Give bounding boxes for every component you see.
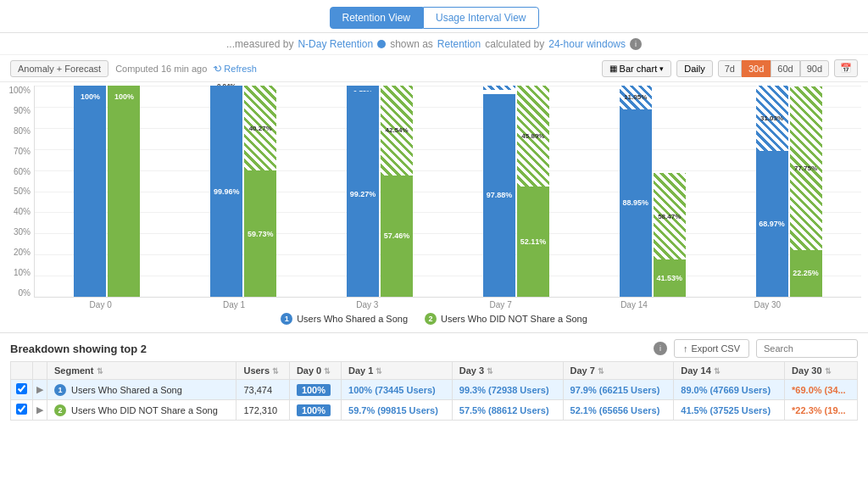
bar-group-day0: 100% 100% — [74, 86, 140, 297]
td-day30-1: *69.0% (34... — [785, 380, 858, 400]
th-expand — [33, 362, 47, 380]
td-expand-1[interactable]: ▶ — [33, 380, 47, 400]
td-checkbox-2[interactable] — [11, 400, 33, 421]
y-label-70: 70% — [14, 147, 31, 156]
th-day3[interactable]: Day 3 ⇅ — [452, 362, 563, 380]
chart-type-btn[interactable]: ▦ Bar chart ▾ — [602, 60, 672, 77]
bar-chart-icon: ▦ — [609, 64, 617, 73]
segment-dot-1: 1 — [54, 384, 66, 396]
btn-90d[interactable]: 90d — [800, 60, 829, 77]
y-label-30: 30% — [14, 227, 31, 237]
daily-btn[interactable]: Daily — [676, 60, 712, 77]
table-info-icon[interactable]: i — [654, 342, 667, 355]
legend-item-2: 2 Users Who DID NOT Share a Song — [425, 313, 587, 325]
table-title: Breakdown showing top 2 — [10, 343, 147, 355]
bar-green-day0: 100% — [108, 86, 140, 297]
btn-30d[interactable]: 30d — [742, 60, 771, 77]
n-day-retention-link[interactable]: N-Day Retention — [298, 38, 373, 50]
segment-name-2: Users Who DID NOT Share a Song — [71, 405, 218, 415]
measured-by-label: ...measured by — [226, 38, 293, 50]
x-label-day0: Day 0 — [34, 300, 167, 309]
day-range-btns: 7d 30d 60d 90d — [718, 60, 829, 77]
subtitle-info-icon[interactable]: i — [630, 38, 642, 50]
y-label-90: 90% — [14, 106, 31, 115]
retention-link[interactable]: Retention — [437, 38, 481, 50]
th-day0[interactable]: Day 0 ⇅ — [289, 362, 341, 380]
td-day0-2: 100% — [289, 400, 341, 421]
legend-label-1: Users Who Shared a Song — [297, 314, 408, 324]
bar-green-day7: 45.89% 52.11% — [517, 86, 549, 297]
chart-plot: 100% 100% 0.04% 99.96% — [34, 86, 861, 298]
td-day1-2: 59.7% (99815 Users) — [342, 400, 453, 421]
row2-checkbox[interactable] — [16, 404, 27, 415]
search-input[interactable] — [756, 339, 858, 358]
td-users-2: 172,310 — [236, 400, 289, 421]
x-label-day1: Day 1 — [167, 300, 300, 309]
td-checkbox-1[interactable] — [11, 380, 33, 400]
expand-icon-1[interactable]: ▶ — [36, 384, 43, 394]
th-segment[interactable]: Segment ⇅ — [47, 362, 236, 380]
refresh-btn[interactable]: ↻ Refresh — [214, 63, 257, 75]
anomaly-forecast-btn[interactable]: Anomaly + Forecast — [10, 60, 108, 77]
bar-blue-day1: 0.04% 99.96% — [210, 86, 242, 297]
export-calendar-btn[interactable]: 📅 — [834, 59, 858, 77]
th-day7[interactable]: Day 7 ⇅ — [563, 362, 674, 380]
bar-group-day3: 0.73% 99.27% 42.54% 57.46% — [347, 86, 413, 297]
bars-wrapper: 100% 100% 0.04% 99.96% — [35, 86, 861, 297]
chart-legend: 1 Users Who Shared a Song 2 Users Who DI… — [7, 309, 861, 326]
bar-blue-day7: 2.12% 97.88% — [483, 86, 515, 297]
bar-blue-day14: 11.05% 88.95% — [620, 86, 652, 297]
refresh-label: Refresh — [224, 64, 257, 74]
x-label-day14: Day 14 — [567, 300, 700, 309]
y-label-10: 10% — [14, 268, 31, 277]
y-label-20: 20% — [14, 248, 31, 257]
btn-7d[interactable]: 7d — [718, 60, 742, 77]
chart-type-label: Bar chart — [620, 64, 658, 74]
table-row: ▶ 1 Users Who Shared a Song 73,474 100% … — [11, 380, 858, 400]
export-icon: ↑ — [683, 343, 688, 354]
chart-dropdown-icon: ▾ — [659, 64, 664, 73]
y-label-50: 50% — [14, 187, 31, 196]
table-row: ▶ 2 Users Who DID NOT Share a Song 172,3… — [11, 400, 858, 421]
refresh-icon: ↻ — [212, 61, 225, 75]
table-area: Breakdown showing top 2 i ↑ Export CSV S… — [0, 332, 868, 421]
td-expand-2[interactable]: ▶ — [33, 400, 47, 421]
y-label-40: 40% — [14, 207, 31, 216]
bar-group-day14: 11.05% 88.95% 58.47% 41.53% — [620, 86, 686, 297]
td-users-1: 73,474 — [236, 380, 289, 400]
td-segment-2: 2 Users Who DID NOT Share a Song — [47, 400, 236, 421]
expand-icon-2[interactable]: ▶ — [36, 404, 43, 415]
x-label-day7: Day 7 — [434, 300, 567, 309]
retention-view-btn[interactable]: Retention View — [330, 7, 424, 29]
usage-interval-view-btn[interactable]: Usage Interval View — [423, 7, 539, 29]
segment-name-1: Users Who Shared a Song — [71, 385, 182, 395]
th-day30[interactable]: Day 30 ⇅ — [785, 362, 858, 380]
windows-link[interactable]: 24-hour windows — [548, 38, 626, 50]
td-day1-1: 100% (73445 Users) — [342, 380, 453, 400]
export-csv-btn[interactable]: ↑ Export CSV — [674, 339, 749, 358]
legend-dot-1: 1 — [281, 313, 292, 325]
td-day3-2: 57.5% (88612 Users) — [452, 400, 563, 421]
td-day7-1: 97.9% (66215 Users) — [563, 380, 674, 400]
bar-green-day1: 40.27% 59.73% — [244, 86, 276, 297]
computed-text: Computed 16 min ago — [115, 64, 207, 74]
td-day3-1: 99.3% (72938 Users) — [452, 380, 563, 400]
td-day30-2: *22.3% (19... — [785, 400, 858, 421]
th-day1[interactable]: Day 1 ⇅ — [342, 362, 453, 380]
btn-60d[interactable]: 60d — [771, 60, 799, 77]
bar-green-day14: 58.47% 41.53% — [654, 173, 686, 297]
bar-blue-day30: 31.03% 68.97% — [756, 86, 788, 297]
bar-green-day30: 77.75% 22.25% — [790, 86, 822, 297]
th-day14[interactable]: Day 14 ⇅ — [674, 362, 785, 380]
table-header-bar: Breakdown showing top 2 i ↑ Export CSV — [10, 337, 858, 361]
th-checkbox — [11, 362, 33, 380]
y-label-100: 100% — [8, 86, 31, 95]
th-users[interactable]: Users ⇅ — [236, 362, 289, 380]
segment-dot-2: 2 — [54, 404, 66, 416]
chart-area: 100% 90% 80% 70% 60% 50% 40% 30% 20% 10%… — [0, 82, 868, 332]
row1-checkbox[interactable] — [16, 383, 27, 394]
td-day0-1: 100% — [289, 380, 341, 400]
legend-item-1: 1 Users Who Shared a Song — [281, 313, 408, 325]
y-label-80: 80% — [14, 126, 31, 136]
retention-dot — [377, 40, 386, 48]
